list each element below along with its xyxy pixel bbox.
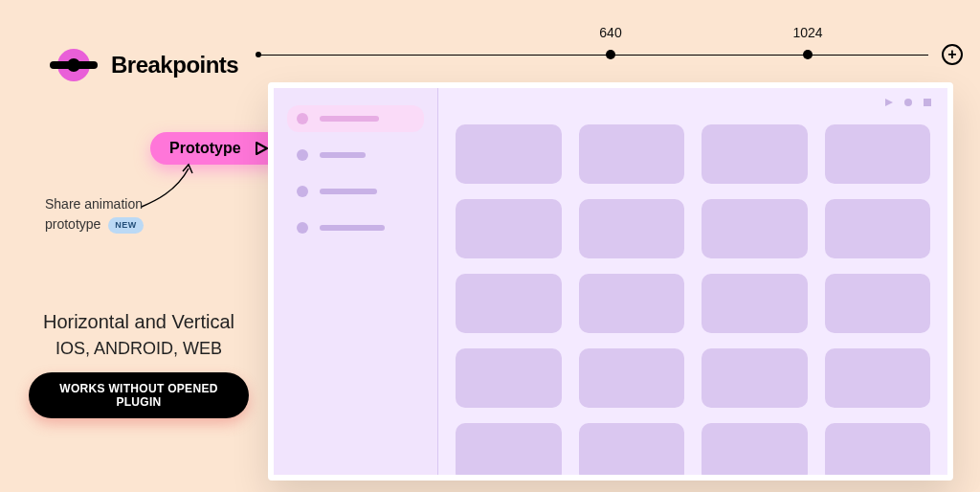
share-annotation-line2: prototype xyxy=(45,216,100,232)
grid-tile[interactable] xyxy=(456,199,562,258)
preview-frame xyxy=(268,82,953,481)
add-breakpoint-button[interactable]: + xyxy=(942,44,963,65)
grid-tile[interactable] xyxy=(702,423,808,481)
grid-tile[interactable] xyxy=(579,124,685,184)
grid-tile[interactable] xyxy=(825,423,931,481)
preview-main xyxy=(438,88,947,475)
app-logo: Breakpoints xyxy=(50,41,238,89)
list-item-placeholder xyxy=(320,225,385,231)
grid-tile[interactable] xyxy=(456,274,562,333)
breakpoint-tick[interactable]: 1024 xyxy=(803,50,813,59)
grid-tile[interactable] xyxy=(456,423,562,481)
list-item-placeholder xyxy=(320,152,366,158)
breakpoint-tick[interactable]: 640 xyxy=(606,50,615,59)
list-item-dot-icon xyxy=(297,186,308,197)
grid-tile[interactable] xyxy=(456,124,562,184)
share-annotation: Share animation prototype NEW xyxy=(45,194,144,235)
breakpoint-label: 640 xyxy=(599,25,621,40)
list-item[interactable] xyxy=(287,178,424,205)
grid-tile[interactable] xyxy=(825,199,931,258)
list-item-placeholder xyxy=(320,189,377,194)
grid-tile[interactable] xyxy=(702,124,808,184)
svg-point-2 xyxy=(904,99,912,106)
new-badge: NEW xyxy=(108,217,144,235)
breakpoint-label: 1024 xyxy=(793,25,823,40)
breakpoint-dot-icon xyxy=(606,50,615,59)
grid-tile[interactable] xyxy=(702,274,808,333)
prototype-button[interactable]: Prototype xyxy=(150,132,285,165)
grid-tile[interactable] xyxy=(579,274,685,333)
promo-block: Horizontal and Vertical IOS, ANDROID, WE… xyxy=(29,311,249,418)
svg-marker-1 xyxy=(885,99,893,106)
prototype-label: Prototype xyxy=(169,140,241,157)
grid-tile[interactable] xyxy=(579,348,685,408)
annotation-arrow-icon xyxy=(136,159,203,212)
grid-tile[interactable] xyxy=(579,423,685,481)
circle-icon xyxy=(903,98,913,107)
play-icon xyxy=(884,98,894,107)
promo-line2: IOS, ANDROID, WEB xyxy=(29,339,249,359)
grid-tile[interactable] xyxy=(702,348,808,408)
square-icon xyxy=(923,98,932,107)
list-item-dot-icon xyxy=(297,222,308,234)
plus-icon: + xyxy=(947,47,956,62)
list-item[interactable] xyxy=(287,214,424,241)
ruler-line xyxy=(258,55,928,56)
preview-window-controls xyxy=(884,98,932,107)
grid-tile[interactable] xyxy=(579,199,685,258)
app-title: Breakpoints xyxy=(111,52,238,78)
list-item-dot-icon xyxy=(297,113,308,124)
list-item-placeholder xyxy=(320,116,379,122)
share-annotation-line1: Share animation xyxy=(45,194,144,214)
breakpoint-dot-icon xyxy=(803,50,813,59)
breakpoint-ruler[interactable]: 6401024 + xyxy=(258,40,963,69)
play-icon xyxy=(255,142,268,155)
logo-icon xyxy=(50,41,98,89)
promo-pill: WORKS WITHOUT OPENED PLUGIN xyxy=(29,372,249,418)
preview-sidebar xyxy=(274,88,438,475)
grid-tile[interactable] xyxy=(825,274,931,333)
list-item[interactable] xyxy=(287,105,424,132)
svg-marker-0 xyxy=(256,143,267,154)
list-item[interactable] xyxy=(287,142,424,168)
ruler-start-dot xyxy=(256,52,261,57)
grid-tile[interactable] xyxy=(825,348,931,408)
grid-tile[interactable] xyxy=(825,124,931,184)
preview-grid xyxy=(456,124,930,481)
grid-tile[interactable] xyxy=(456,348,562,408)
svg-rect-3 xyxy=(924,99,931,106)
grid-tile[interactable] xyxy=(702,199,808,258)
promo-line1: Horizontal and Vertical xyxy=(29,311,249,333)
list-item-dot-icon xyxy=(297,149,308,161)
